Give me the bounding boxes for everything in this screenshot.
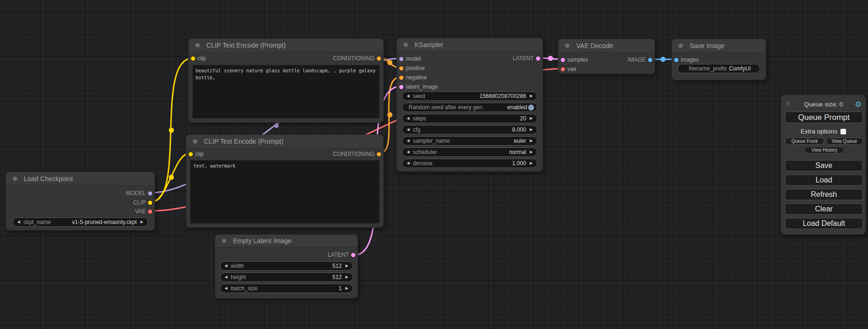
node-title-bar[interactable]: VAE Decode <box>558 39 655 53</box>
extra-options-checkbox[interactable] <box>840 129 846 134</box>
widget-label: height <box>231 274 246 280</box>
increment-arrow-icon[interactable]: ▶ <box>530 139 533 143</box>
node-empty-latent-image[interactable]: Empty Latent Image LATENT ◀ width 512 ▶ … <box>215 234 358 299</box>
output-slot-clip[interactable]: CLIP <box>6 198 155 207</box>
scheduler-widget[interactable]: ◀ scheduler normal ▶ <box>402 147 537 157</box>
view-history-button[interactable]: View History <box>804 147 844 154</box>
node-vae-decode[interactable]: VAE Decode samples IMAGE vae <box>558 39 655 74</box>
node-title-bar[interactable]: KSampler <box>397 38 543 52</box>
node-title: VAE Decode <box>576 42 613 49</box>
decrement-arrow-icon[interactable]: ◀ <box>17 220 20 224</box>
increment-arrow-icon[interactable]: ▶ <box>346 264 348 268</box>
increment-arrow-icon[interactable]: ▶ <box>530 94 533 98</box>
clear-button[interactable]: Clear <box>785 203 863 215</box>
denoise-widget[interactable]: ◀ denoise 1.000 ▶ <box>402 159 537 168</box>
load-button[interactable]: Load <box>785 175 863 186</box>
input-slot-latent-image[interactable]: latent_image <box>397 83 543 91</box>
collapse-dot-icon[interactable] <box>193 139 198 144</box>
decrement-arrow-icon[interactable]: ◀ <box>407 94 409 98</box>
node-title-bar[interactable]: CLIP Text Encode (Prompt) <box>186 135 383 148</box>
latent-output-dot[interactable] <box>351 253 355 257</box>
node-load-checkpoint[interactable]: Load Checkpoint MODEL CLIP VAE ◀ ckpt_na… <box>6 172 155 231</box>
increment-arrow-icon[interactable]: ▶ <box>530 117 533 120</box>
node-title-bar[interactable]: Save Image <box>672 39 766 53</box>
decrement-arrow-icon[interactable]: ◀ <box>225 264 227 268</box>
node-title-bar[interactable]: CLIP Text Encode (Prompt) <box>189 39 383 52</box>
node-graph-canvas[interactable]: Load Checkpoint MODEL CLIP VAE ◀ ckpt_na… <box>0 0 868 329</box>
collapse-dot-icon[interactable] <box>13 176 17 181</box>
steps-widget[interactable]: ◀ steps 20 ▶ <box>402 114 537 123</box>
increment-arrow-icon[interactable]: ▶ <box>530 161 533 165</box>
images-input-dot[interactable] <box>674 58 678 62</box>
collapse-dot-icon[interactable] <box>222 238 226 243</box>
node-clip-text-encode-negative[interactable]: CLIP Text Encode (Prompt) clip CONDITION… <box>186 134 384 228</box>
decrement-arrow-icon[interactable]: ◀ <box>407 139 409 143</box>
decrement-arrow-icon[interactable]: ◀ <box>225 287 227 290</box>
positive-input-dot[interactable] <box>399 66 403 70</box>
toggle-dot-icon[interactable] <box>528 105 534 111</box>
gear-icon[interactable]: ⚙ <box>855 100 861 109</box>
latent-image-input-dot[interactable] <box>399 85 403 89</box>
widget-label: seed <box>413 93 425 99</box>
image-output-dot[interactable] <box>648 58 652 62</box>
increment-arrow-icon[interactable]: ▶ <box>141 220 143 224</box>
seed-widget[interactable]: ◀ seed 156680208700286 ▶ <box>402 91 537 101</box>
clip-input-dot[interactable] <box>191 56 195 61</box>
clip-output-dot[interactable] <box>148 201 152 205</box>
input-slot-model[interactable]: model <box>397 55 543 63</box>
queue-prompt-button[interactable]: Queue Prompt <box>785 112 863 123</box>
save-button[interactable]: Save <box>785 160 863 171</box>
output-slot-model[interactable]: MODEL <box>6 189 155 197</box>
queue-front-button[interactable]: Queue Front <box>785 138 824 145</box>
increment-arrow-icon[interactable]: ▶ <box>530 150 533 154</box>
model-output-dot[interactable] <box>148 191 152 196</box>
node-ksampler[interactable]: KSampler LATENT model positive negative … <box>396 38 543 172</box>
decrement-arrow-icon[interactable]: ◀ <box>407 150 409 154</box>
ckpt-name-widget[interactable]: ◀ ckpt_name v1-5-pruned-emaonly.ckpt ▶ <box>13 217 148 227</box>
node-clip-text-encode-positive[interactable]: CLIP Text Encode (Prompt) clip CONDITION… <box>188 38 384 123</box>
positive-prompt-textarea[interactable]: beautiful scenery nature glass bottle la… <box>192 65 380 119</box>
decrement-arrow-icon[interactable]: ◀ <box>407 161 409 165</box>
decrement-arrow-icon[interactable]: ◀ <box>407 117 409 120</box>
model-input-dot[interactable] <box>399 57 403 61</box>
input-slot-negative[interactable]: negative <box>397 73 543 82</box>
height-widget[interactable]: ◀ height 512 ▶ <box>220 273 353 282</box>
output-slot-vae[interactable]: VAE <box>6 207 155 216</box>
samples-input-dot[interactable] <box>561 58 565 62</box>
negative-prompt-textarea[interactable]: text, watermark <box>190 160 380 224</box>
increment-arrow-icon[interactable]: ▶ <box>346 287 348 290</box>
increment-arrow-icon[interactable]: ▶ <box>530 128 533 132</box>
widget-label: batch_size <box>231 285 257 292</box>
node-title-bar[interactable]: Load Checkpoint <box>6 172 155 186</box>
sampler-name-widget[interactable]: ◀ sampler_name euler ▶ <box>402 136 537 146</box>
refresh-button[interactable]: Refresh <box>785 189 863 200</box>
output-slot-latent[interactable]: LATENT <box>215 251 358 259</box>
extra-options-row: Extra options <box>781 128 866 135</box>
node-save-image[interactable]: Save Image images filename_prefix ComfyU… <box>671 39 766 80</box>
increment-arrow-icon[interactable]: ▶ <box>346 275 348 279</box>
negative-input-dot[interactable] <box>399 76 403 80</box>
conditioning-output-dot[interactable] <box>377 56 381 61</box>
vae-input-dot[interactable] <box>561 67 565 71</box>
input-slot-positive[interactable]: positive <box>397 64 543 72</box>
clip-input-dot[interactable] <box>189 152 193 156</box>
filename-prefix-widget[interactable]: filename_prefix ComfyUI <box>677 64 760 73</box>
random-seed-toggle-widget[interactable]: Random seed after every gen enabled <box>402 103 537 112</box>
batch-size-widget[interactable]: ◀ batch_size 1 ▶ <box>220 284 353 293</box>
view-queue-button[interactable]: View Queue <box>826 138 863 145</box>
decrement-arrow-icon[interactable]: ◀ <box>225 275 227 279</box>
collapse-dot-icon[interactable] <box>678 43 683 48</box>
input-slot-images[interactable]: images <box>672 56 766 64</box>
node-title-bar[interactable]: Empty Latent Image <box>215 235 358 247</box>
slot-label: IMAGE <box>628 56 646 64</box>
load-default-button[interactable]: Load Default <box>785 218 863 229</box>
cfg-widget[interactable]: ◀ cfg 8.000 ▶ <box>402 125 537 134</box>
collapse-dot-icon[interactable] <box>195 43 200 48</box>
collapse-dot-icon[interactable] <box>403 42 408 47</box>
width-widget[interactable]: ◀ width 512 ▶ <box>220 261 353 271</box>
vae-output-dot[interactable] <box>148 210 152 214</box>
decrement-arrow-icon[interactable]: ◀ <box>407 128 409 132</box>
input-slot-vae[interactable]: vae <box>558 65 655 73</box>
conditioning-output-dot[interactable] <box>377 152 381 156</box>
collapse-dot-icon[interactable] <box>565 43 570 48</box>
